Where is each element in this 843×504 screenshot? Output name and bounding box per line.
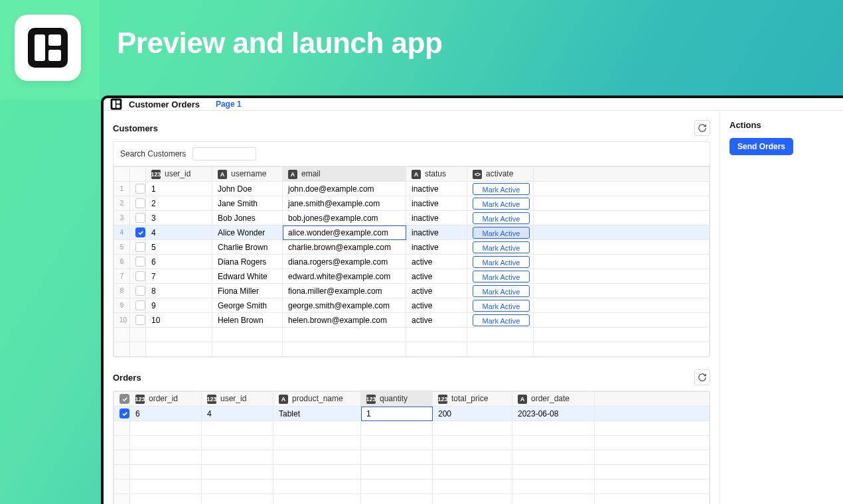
refresh-orders-button[interactable] [694,369,710,385]
row-checkbox[interactable] [130,225,146,240]
row-checkbox[interactable] [130,269,146,284]
row-checkbox[interactable] [130,313,146,328]
cell-activate[interactable]: Mark Active [467,313,534,328]
cell-email[interactable]: alice.wonder@example.com [283,225,406,240]
refresh-customers-button[interactable] [694,120,710,136]
col-username[interactable]: Ausername [212,167,283,182]
cell-status[interactable]: inactive [406,196,467,211]
col-total-price[interactable]: 123total_price [433,392,512,407]
cell-product-name[interactable]: Tablet [273,407,361,421]
cell-user-id[interactable]: 2 [146,196,212,211]
cell-user-id[interactable]: 4 [202,407,273,421]
cell-total-price[interactable]: 200 [433,407,512,421]
cell-quantity[interactable]: 1 [361,407,433,421]
row-checkbox[interactable] [130,255,146,269]
table-row[interactable]: 33Bob Jonesbob.jones@example.cominactive… [114,211,710,225]
row-checkbox[interactable] [114,407,130,421]
cell-user-id[interactable]: 7 [146,269,212,284]
cell-activate[interactable]: Mark Active [467,196,534,211]
cell-username[interactable]: Charlie Brown [212,240,283,255]
cell-status[interactable]: active [406,298,467,313]
row-checkbox[interactable] [130,284,146,298]
mark-active-button[interactable]: Mark Active [473,256,530,268]
cell-username[interactable]: Diana Rogers [212,255,283,269]
table-row[interactable]: 1010Helen Brownhelen.brown@example.comac… [114,313,710,328]
cell-status[interactable]: inactive [406,240,467,255]
send-orders-button[interactable]: Send Orders [729,138,793,155]
col-quantity[interactable]: 123quantity [361,392,433,407]
cell-user-id[interactable]: 9 [146,298,212,313]
cell-username[interactable]: John Doe [212,182,283,196]
cell-status[interactable]: active [406,269,467,284]
cell-username[interactable]: Jane Smith [212,196,283,211]
cell-activate[interactable]: Mark Active [467,298,534,313]
cell-email[interactable]: edward.white@example.com [283,269,406,284]
cell-email[interactable]: george.smith@example.com [283,298,406,313]
col-email[interactable]: Aemail [283,167,406,182]
customers-table[interactable]: 123user_id Ausername Aemail Astatus <>ac… [114,166,710,357]
row-checkbox[interactable] [130,240,146,255]
cell-status[interactable]: inactive [406,225,467,240]
col-status[interactable]: Astatus [406,167,467,182]
cell-activate[interactable]: Mark Active [467,225,534,240]
orders-table[interactable]: 123order_id 123user_id Aproduct_name 123… [114,391,710,504]
col-product-name[interactable]: Aproduct_name [273,392,361,407]
cell-status[interactable]: active [406,255,467,269]
cell-order-date[interactable]: 2023-06-08 [512,407,595,421]
table-row[interactable]: 55Charlie Browncharlie.brown@example.com… [114,240,710,255]
cell-username[interactable]: Alice Wonder [212,225,283,240]
cell-user-id[interactable]: 5 [146,240,212,255]
page-link[interactable]: Page 1 [216,99,242,109]
cell-email[interactable]: jane.smith@example.com [283,196,406,211]
cell-username[interactable]: Bob Jones [212,211,283,225]
cell-username[interactable]: George Smith [212,298,283,313]
col-order-id[interactable]: 123order_id [130,392,202,407]
cell-email[interactable]: charlie.brown@example.com [283,240,406,255]
cell-status[interactable]: inactive [406,182,467,196]
table-row[interactable]: 11John Doejohn.doe@example.cominactiveMa… [114,182,710,196]
mark-active-button[interactable]: Mark Active [473,285,530,297]
cell-activate[interactable]: Mark Active [467,284,534,298]
orders-select-all[interactable] [114,392,130,407]
cell-status[interactable]: active [406,284,467,298]
mark-active-button[interactable]: Mark Active [473,271,530,283]
row-checkbox[interactable] [130,196,146,211]
cell-username[interactable]: Edward White [212,269,283,284]
col-user-id[interactable]: 123user_id [146,167,212,182]
mark-active-button[interactable]: Mark Active [473,183,530,195]
col-order-user-id[interactable]: 123user_id [202,392,273,407]
cell-user-id[interactable]: 8 [146,284,212,298]
search-customers-input[interactable] [192,147,256,160]
cell-order-id[interactable]: 6 [130,407,202,421]
mark-active-button[interactable]: Mark Active [473,198,530,210]
row-checkbox[interactable] [130,298,146,313]
table-row[interactable]: 66Diana Rogersdiana.rogers@example.comac… [114,255,710,269]
table-row[interactable]: 88Fiona Millerfiona.miller@example.comac… [114,284,710,298]
cell-email[interactable]: fiona.miller@example.com [283,284,406,298]
row-checkbox[interactable] [130,182,146,196]
cell-email[interactable]: diana.rogers@example.com [283,255,406,269]
cell-activate[interactable]: Mark Active [467,269,534,284]
cell-user-id[interactable]: 1 [146,182,212,196]
cell-username[interactable]: Fiona Miller [212,284,283,298]
mark-active-button[interactable]: Mark Active [473,300,530,312]
cell-username[interactable]: Helen Brown [212,313,283,328]
cell-activate[interactable]: Mark Active [467,182,534,196]
table-row[interactable]: 22Jane Smithjane.smith@example.cominacti… [114,196,710,211]
table-row[interactable]: 44Alice Wonderalice.wonder@example.comin… [114,225,710,240]
row-checkbox[interactable] [130,211,146,225]
cell-user-id[interactable]: 4 [146,225,212,240]
table-row[interactable]: 99George Smithgeorge.smith@example.comac… [114,298,710,313]
cell-activate[interactable]: Mark Active [467,240,534,255]
mark-active-button[interactable]: Mark Active [473,227,530,239]
col-activate[interactable]: <>activate [467,167,534,182]
table-row[interactable]: 77Edward Whiteedward.white@example.comac… [114,269,710,284]
cell-email[interactable]: helen.brown@example.com [283,313,406,328]
cell-status[interactable]: inactive [406,211,467,225]
mark-active-button[interactable]: Mark Active [473,212,530,224]
cell-email[interactable]: john.doe@example.com [283,182,406,196]
table-row[interactable]: 64Tablet12002023-06-08 [114,407,710,421]
cell-activate[interactable]: Mark Active [467,255,534,269]
cell-user-id[interactable]: 3 [146,211,212,225]
col-order-date[interactable]: Aorder_date [512,392,595,407]
